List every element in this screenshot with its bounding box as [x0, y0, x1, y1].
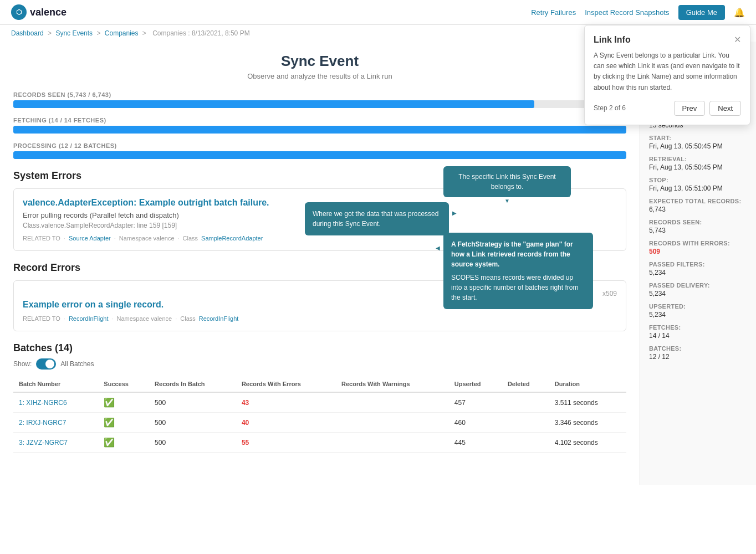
records-seen-track: [13, 100, 626, 108]
records-with-errors-label: RECORDS WITH ERRORS:: [649, 240, 747, 247]
notification-bell-icon[interactable]: 🔔: [734, 7, 745, 18]
rdot3: ·: [175, 315, 177, 322]
all-batches-toggle[interactable]: [36, 358, 56, 370]
fetches-row: FETCHES: 14 / 14: [649, 324, 747, 340]
errors-cell: 55: [236, 433, 336, 453]
warnings-cell: [336, 433, 449, 453]
show-toggle-area: Show: All Batches: [13, 358, 626, 370]
tooltip1-text: Where we got the data that was processed…: [313, 210, 438, 228]
breadcrumb-sync-events[interactable]: Sync Events: [55, 29, 93, 37]
sample-adapter-link[interactable]: SampleRecordAdapter: [201, 235, 263, 242]
stop-row: STOP: Fri, Aug 13, 05:51:00 PM: [649, 177, 747, 192]
record-error-count: x509: [602, 290, 617, 297]
class-label: Class: [183, 235, 198, 242]
errors-value: 43: [242, 399, 249, 407]
dot2: ·: [114, 235, 116, 242]
retry-failures-link[interactable]: Retry Failures: [531, 8, 576, 17]
link-info-close-button[interactable]: ✕: [734, 34, 741, 45]
page-subtitle: Observe and analyze the results of a Lin…: [13, 72, 626, 80]
record-class-link[interactable]: RecordInFlight: [199, 315, 239, 322]
records-seen-bar: [13, 100, 534, 108]
errors-value: 40: [242, 419, 249, 427]
errors-cell: 43: [236, 392, 336, 413]
passed-filters-row: PASSED FILTERS: 5,234: [649, 261, 747, 276]
upserted-row: UPSERTED: 5,234: [649, 303, 747, 319]
passed-delivery-label: PASSED DELIVERY:: [649, 282, 747, 289]
upserted-cell: 460: [449, 413, 502, 433]
link-info-body: A Sync Event belongs to a particular Lin…: [594, 50, 741, 93]
link-info-footer: Step 2 of 6 Prev Next: [594, 101, 741, 116]
start-value: Fri, Aug 13, 05:50:45 PM: [649, 142, 747, 150]
upserted-cell: 457: [449, 392, 502, 413]
duration-cell: 3.346 seconds: [549, 413, 626, 433]
header-actions: Retry Failures Inspect Record Snapshots …: [531, 5, 745, 20]
breadcrumb-sep2: >: [96, 29, 102, 37]
batch-link[interactable]: 1: XIHZ-NGRC6: [19, 399, 67, 407]
deleted-cell: [502, 413, 549, 433]
batches-title: Batches (14): [13, 342, 626, 354]
passed-delivery-row: PASSED DELIVERY: 5,234: [649, 282, 747, 297]
batch-link[interactable]: 3: JZVZ-NGRC7: [19, 439, 68, 447]
tooltip3-text: SCOPES means records were divided up int…: [451, 273, 585, 302]
records-with-errors-value: 509: [649, 248, 747, 255]
record-inflight-link[interactable]: RecordInFlight: [69, 315, 109, 322]
upserted-value: 5,234: [649, 311, 747, 319]
source-adapter-link[interactable]: Source Adapter: [69, 235, 111, 242]
rdot1: ·: [64, 315, 65, 322]
processing-label: PROCESSING (12 / 12 BATCHES): [13, 142, 626, 149]
link-info-title: Link Info: [594, 35, 631, 45]
table-row: 3: JZVZ-NGRC7 ✅ 500 55 445 4.102 seconds: [13, 433, 626, 453]
col-warnings: Records With Warnings: [336, 376, 449, 392]
fetching-progress: FETCHING (14 / 14 FETCHES): [13, 117, 626, 134]
col-duration: Duration: [549, 376, 626, 392]
all-batches-label: All Batches: [60, 360, 94, 368]
warnings-cell: [336, 413, 449, 433]
batch-id-cell: 1: XIHZ-NGRC6: [13, 392, 98, 413]
breadcrumb-dashboard[interactable]: Dashboard: [11, 29, 44, 37]
records-seen-label: RECORDS SEEN (5,743 / 6,743): [13, 91, 626, 98]
dot1: ·: [64, 235, 65, 242]
records-seen-info-label: RECORDS SEEN:: [649, 219, 747, 225]
where-data-tooltip: Where we got the data that was processed…: [305, 202, 449, 235]
batch-link[interactable]: 2: IRXJ-NGRC7: [19, 419, 66, 427]
success-cell: ✅: [98, 392, 149, 413]
guide-me-button[interactable]: Guide Me: [678, 5, 725, 20]
col-errors: Records With Errors: [236, 376, 336, 392]
stop-label: STOP:: [649, 177, 747, 183]
breadcrumb-companies[interactable]: Companies: [105, 29, 139, 37]
stop-value: Fri, Aug 13, 05:51:00 PM: [649, 184, 747, 192]
record-namespace: Namespace valence: [117, 315, 172, 322]
upserted-cell: 445: [449, 433, 502, 453]
record-related-label: RELATED TO: [23, 315, 60, 322]
retrieval-label: RETRIEVAL:: [649, 156, 747, 162]
table-row: 2: IRXJ-NGRC7 ✅ 500 40 460 3.346 seconds: [13, 413, 626, 433]
related-label: RELATED TO: [23, 235, 60, 242]
link-info-header: Link Info ✕: [594, 34, 741, 45]
logo-text: valence: [30, 7, 67, 18]
batches-label: BATCHES:: [649, 345, 747, 352]
next-button[interactable]: Next: [709, 101, 741, 116]
duration-cell: 4.102 seconds: [549, 433, 626, 453]
start-label: START:: [649, 135, 747, 141]
tooltip3-bold: A FetchStrategy is the "game plan" for h…: [451, 240, 573, 268]
success-icon: ✅: [104, 398, 115, 407]
tooltip2-text: The specific Link this Sync Event belong…: [458, 173, 555, 191]
deleted-cell: [502, 392, 549, 413]
records-cell: 500: [149, 413, 236, 433]
inspect-snapshots-link[interactable]: Inspect Record Snapshots: [585, 8, 669, 17]
logo: ⬡ valence: [11, 4, 67, 20]
prev-button[interactable]: Prev: [674, 101, 706, 116]
breadcrumb-sep1: >: [48, 29, 53, 37]
upserted-label: UPSERTED:: [649, 303, 747, 310]
logo-icon: ⬡: [11, 4, 27, 20]
breadcrumb-current: Companies : 8/13/2021, 8:50 PM: [152, 29, 249, 37]
start-row: START: Fri, Aug 13, 05:50:45 PM: [649, 135, 747, 150]
expected-total-row: EXPECTED TOTAL RECORDS: 6,743: [649, 198, 747, 213]
deleted-cell: [502, 433, 549, 453]
fetching-track: [13, 126, 626, 134]
fetches-label: FETCHES:: [649, 324, 747, 331]
passed-filters-label: PASSED FILTERS:: [649, 261, 747, 268]
records-seen-row: RECORDS SEEN: 5,743: [649, 219, 747, 234]
table-header-row: Batch Number Success Records In Batch Re…: [13, 376, 626, 392]
nav-buttons: Prev Next: [674, 101, 741, 116]
